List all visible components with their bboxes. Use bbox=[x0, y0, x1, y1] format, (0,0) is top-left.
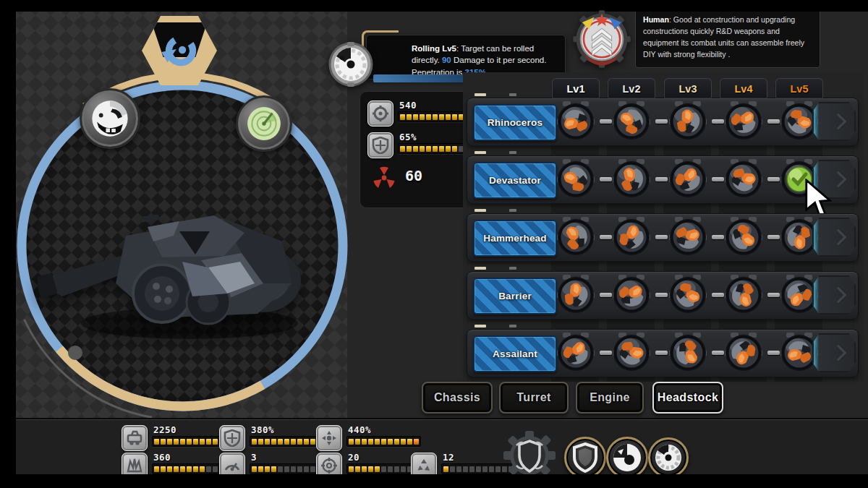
tech-node-assailant-lv3[interactable] bbox=[668, 333, 708, 373]
tab-label: Engine bbox=[590, 391, 630, 404]
bar-segment bbox=[174, 466, 179, 472]
bar-segment bbox=[375, 439, 380, 445]
bar-segment bbox=[388, 466, 393, 472]
connector-dash bbox=[655, 351, 668, 355]
robot-head-medallion[interactable] bbox=[80, 88, 140, 149]
bar-segment bbox=[349, 439, 354, 445]
bar-segment bbox=[252, 439, 257, 445]
bar-segment bbox=[265, 439, 270, 445]
unit-name: Hammerhead bbox=[483, 233, 547, 244]
tech-node-devastator-lv2[interactable] bbox=[611, 159, 652, 200]
bar-segment bbox=[174, 439, 179, 445]
tech-node-rhinoceros-lv1[interactable] bbox=[556, 101, 596, 142]
part-icon bbox=[723, 159, 764, 200]
bar-segment bbox=[407, 114, 412, 120]
connector-dash bbox=[600, 351, 612, 355]
bar-segment bbox=[463, 466, 468, 472]
letterbox-bottom bbox=[0, 474, 868, 488]
unit-name-plate[interactable]: Devastator bbox=[473, 162, 557, 199]
tooltip-segment: Rolling Lv5 bbox=[412, 44, 456, 53]
shield-badge[interactable] bbox=[564, 437, 606, 479]
bar-segment bbox=[200, 466, 205, 472]
tech-node-rhinoceros-lv2[interactable] bbox=[611, 101, 652, 142]
engine-stat-icon bbox=[316, 425, 342, 451]
bar-segment bbox=[400, 114, 405, 120]
tech-node-rhinoceros-lv3[interactable] bbox=[668, 101, 708, 142]
shield-stat-icon bbox=[219, 425, 245, 451]
part-icon bbox=[556, 101, 596, 142]
bar-segment bbox=[193, 439, 198, 445]
radar-medallion[interactable] bbox=[236, 95, 292, 152]
tech-node-hammerhead-lv4[interactable] bbox=[723, 217, 764, 257]
tab-engine[interactable]: Engine bbox=[576, 382, 644, 414]
tech-node-devastator-lv1[interactable] bbox=[556, 159, 596, 200]
stat-value: 20 bbox=[348, 452, 359, 463]
level-tab-lv3[interactable]: Lv3 bbox=[664, 78, 712, 98]
level-tab-label: Lv2 bbox=[623, 83, 641, 95]
connector-dash bbox=[712, 235, 724, 239]
saw-blade-icon bbox=[328, 42, 373, 87]
stat-value: 2250 bbox=[153, 424, 176, 435]
level-tab-lv5[interactable]: Lv5 bbox=[775, 78, 823, 98]
tech-row-assailant: Assailant bbox=[467, 329, 859, 377]
part-icon bbox=[556, 159, 596, 200]
tech-node-hammerhead-lv1[interactable] bbox=[556, 217, 596, 257]
unit-name-plate[interactable]: Barrier bbox=[473, 278, 557, 314]
bar-segment bbox=[368, 439, 373, 445]
tech-node-hammerhead-lv2[interactable] bbox=[611, 217, 652, 257]
bar-segment bbox=[291, 439, 296, 445]
bar-segment bbox=[297, 439, 302, 445]
bar-segment bbox=[310, 466, 315, 472]
bar-segment bbox=[426, 114, 431, 120]
faction-rank-badge[interactable] bbox=[569, 4, 635, 71]
row-end-cap bbox=[812, 275, 856, 314]
bar-segment bbox=[180, 466, 185, 472]
tech-node-devastator-lv4[interactable] bbox=[723, 159, 764, 200]
bar-segment bbox=[161, 466, 166, 472]
unit-cost-value: 60 bbox=[405, 167, 422, 184]
bar-segment bbox=[213, 466, 218, 472]
tab-turret[interactable]: Turret bbox=[499, 382, 569, 414]
stat-value: 440% bbox=[348, 424, 371, 435]
tech-node-devastator-lv3[interactable] bbox=[668, 159, 708, 200]
tech-node-assailant-lv4[interactable] bbox=[723, 333, 764, 373]
faction-description-panel: Human: Good at construction and upgradin… bbox=[635, 9, 820, 68]
unit-name-plate[interactable]: Hammerhead bbox=[473, 220, 557, 257]
tech-node-hammerhead-lv3[interactable] bbox=[668, 217, 708, 257]
tech-node-barrier-lv1[interactable] bbox=[556, 275, 596, 315]
bar-segment bbox=[394, 466, 399, 472]
radar-pie-badge[interactable] bbox=[606, 437, 648, 479]
bar-segment bbox=[278, 439, 283, 445]
saw-blade-badge[interactable] bbox=[648, 437, 689, 478]
bar-segment bbox=[284, 466, 289, 472]
tech-node-barrier-lv4[interactable] bbox=[723, 275, 764, 315]
bar-segment bbox=[456, 466, 461, 472]
tech-row-rhinoceros: Rhinoceros bbox=[467, 98, 859, 146]
bar-segment bbox=[167, 439, 172, 445]
stat-value: 65% bbox=[399, 132, 417, 142]
unit-name-plate[interactable]: Rhinoceros bbox=[473, 104, 557, 141]
bar-segment bbox=[414, 439, 419, 445]
unit-name: Barrier bbox=[498, 291, 532, 301]
unit-name-plate[interactable]: Assailant bbox=[473, 335, 557, 372]
frame-left bbox=[0, 12, 16, 474]
tech-node-assailant-lv2[interactable] bbox=[611, 333, 652, 373]
level-tab-lv1[interactable]: Lv1 bbox=[552, 78, 600, 98]
level-tab-lv4[interactable]: Lv4 bbox=[720, 78, 767, 98]
bar-segment bbox=[426, 146, 431, 152]
row-tick bbox=[509, 151, 516, 154]
tech-node-assailant-lv1[interactable] bbox=[556, 333, 596, 373]
tech-node-barrier-lv2[interactable] bbox=[611, 275, 652, 315]
bar-segment bbox=[187, 466, 192, 472]
bar-segment bbox=[271, 466, 276, 472]
tab-headstock[interactable]: Headstock bbox=[652, 382, 723, 414]
stat-value: 3 bbox=[251, 452, 257, 463]
tab-chassis[interactable]: Chassis bbox=[422, 382, 493, 414]
faction-name: Human bbox=[643, 15, 669, 24]
tech-node-rhinoceros-lv4[interactable] bbox=[723, 101, 764, 142]
bar-segment bbox=[489, 466, 494, 472]
tech-node-barrier-lv3[interactable] bbox=[668, 275, 708, 315]
bar-segment bbox=[284, 439, 289, 445]
level-tab-lv2[interactable]: Lv2 bbox=[608, 78, 655, 98]
tech-node-devastator-lv5[interactable] bbox=[779, 159, 820, 200]
